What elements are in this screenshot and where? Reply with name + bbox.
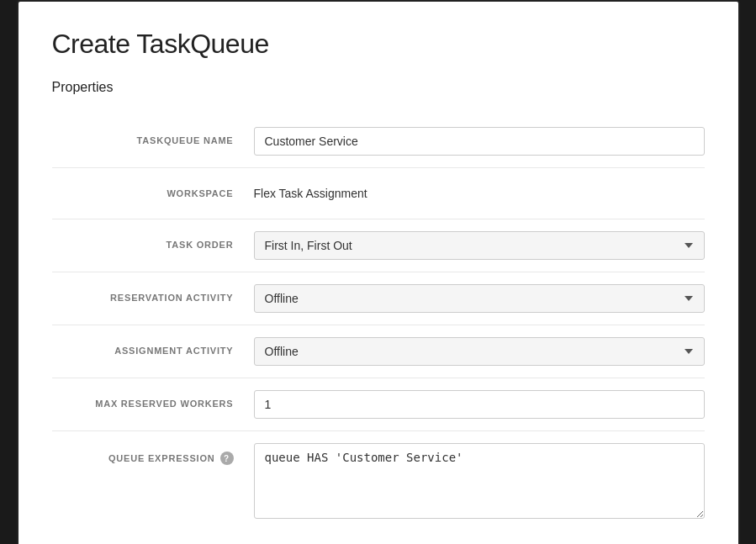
workspace-control: Flex Task Assignment <box>254 180 705 207</box>
workspace-value: Flex Task Assignment <box>254 180 705 207</box>
reservation-activity-label: RESERVATION ACTIVITY <box>52 284 254 303</box>
workspace-row: WORKSPACE Flex Task Assignment <box>52 168 705 219</box>
taskqueue-name-input[interactable] <box>254 127 705 156</box>
queue-expression-control: queue HAS 'Customer Service' <box>254 443 705 522</box>
taskqueue-name-label: TASKQUEUE NAME <box>52 127 254 145</box>
page-title: Create TaskQueue <box>52 29 705 60</box>
form-container: TASKQUEUE NAME WORKSPACE Flex Task Assig… <box>52 115 705 534</box>
assignment-activity-control: Offline Available Unavailable <box>254 337 705 366</box>
task-order-select-wrapper: First In, First Out Last In, First Out R… <box>254 231 705 260</box>
main-window: Create TaskQueue Properties TASKQUEUE NA… <box>17 0 740 544</box>
assignment-activity-select-wrapper: Offline Available Unavailable <box>254 337 705 366</box>
assignment-activity-select[interactable]: Offline Available Unavailable <box>254 337 705 366</box>
max-reserved-workers-control <box>254 390 705 419</box>
taskqueue-name-control <box>254 127 705 156</box>
task-order-select[interactable]: First In, First Out Last In, First Out R… <box>254 231 705 260</box>
reservation-activity-select[interactable]: Offline Available Unavailable <box>254 284 705 313</box>
reservation-activity-select-wrapper: Offline Available Unavailable <box>254 284 705 313</box>
task-order-control: First In, First Out Last In, First Out R… <box>254 231 705 260</box>
queue-expression-row: QUEUE EXPRESSION ? queue HAS 'Customer S… <box>52 431 705 534</box>
queue-expression-label: QUEUE EXPRESSION ? <box>52 443 254 465</box>
queue-expression-textarea[interactable]: queue HAS 'Customer Service' <box>254 443 705 519</box>
assignment-activity-row: ASSIGNMENT ACTIVITY Offline Available Un… <box>52 325 705 378</box>
workspace-label: WORKSPACE <box>52 180 254 198</box>
max-reserved-workers-input[interactable] <box>254 390 705 419</box>
section-title: Properties <box>52 80 705 95</box>
task-order-row: TASK ORDER First In, First Out Last In, … <box>52 219 705 272</box>
max-reserved-workers-label: MAX RESERVED WORKERS <box>52 390 254 409</box>
reservation-activity-control: Offline Available Unavailable <box>254 284 705 313</box>
max-reserved-workers-row: MAX RESERVED WORKERS <box>52 378 705 431</box>
queue-expression-help-icon[interactable]: ? <box>220 452 234 465</box>
assignment-activity-label: ASSIGNMENT ACTIVITY <box>52 337 254 356</box>
taskqueue-name-row: TASKQUEUE NAME <box>52 115 705 168</box>
reservation-activity-row: RESERVATION ACTIVITY Offline Available U… <box>52 272 705 325</box>
task-order-label: TASK ORDER <box>52 231 254 250</box>
